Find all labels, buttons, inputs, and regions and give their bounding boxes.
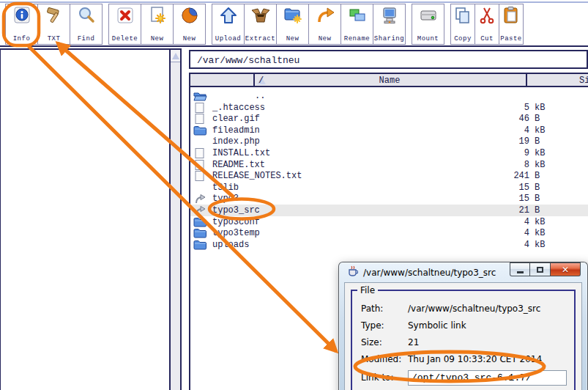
field-label: Size:	[361, 337, 408, 347]
file-row[interactable]: fileadmin 4 kB	[190, 125, 588, 136]
button-label: Find	[78, 35, 95, 43]
button-label: Extract	[245, 35, 275, 43]
path-input[interactable]	[189, 50, 588, 69]
maximize-icon	[537, 267, 543, 273]
toolbar-group-5: Copy Cut Paste	[450, 4, 524, 45]
copy-button[interactable]: Copy	[450, 4, 475, 45]
field-path: Path: /var/www/schaltneu/typo3_src	[361, 300, 567, 317]
toolbar-group-3: Upload Extract New New Rename Sharing	[212, 4, 406, 45]
button-label: Delete	[112, 35, 138, 43]
info-button[interactable]: Info	[5, 4, 38, 45]
scrollbar-up-button[interactable]	[171, 50, 180, 62]
file-row[interactable]: uploads 4 kB	[190, 239, 588, 251]
field-value: Symbolic link	[408, 320, 466, 331]
window-top-accent-line	[0, 1, 588, 3]
toolbar-divider	[0, 45, 588, 47]
file-row[interactable]: README.txt 8 kB	[190, 159, 588, 171]
open-box-icon	[251, 6, 270, 25]
button-label: New	[151, 35, 164, 43]
file-row[interactable]: typo3conf 4 kB	[190, 216, 588, 228]
dialog-titlebar[interactable]: /var/www/schaltneu/typo3_src ✕	[339, 262, 587, 282]
file-row[interactable]: typo3temp 4 kB	[190, 227, 588, 239]
rename-button[interactable]: Rename	[340, 4, 373, 45]
toolbar: Info TXT Find Delete New New Upload	[0, 4, 588, 45]
clipboard-icon	[502, 6, 521, 25]
table-header: / Name Size	[190, 73, 588, 87]
file-row[interactable]: _.htaccess 5 kB	[190, 102, 588, 114]
new-browser-button[interactable]: New	[173, 4, 206, 45]
button-label: Cut	[480, 35, 494, 43]
computer-icon	[380, 6, 399, 25]
hammer-icon	[45, 6, 64, 25]
dialog-title: /var/www/schaltneu/typo3_src	[363, 268, 496, 278]
field-modified: Modified: Thu Jan 09 10:33:20 CET 2014	[361, 350, 567, 367]
field-type: Type: Symbolic link	[361, 317, 567, 334]
field-value: /var/www/schaltneu/typo3_src	[408, 303, 540, 314]
name-column-header[interactable]: Name	[253, 76, 526, 86]
new-file-icon	[148, 6, 167, 25]
button-label: Rename	[344, 35, 370, 43]
file-row[interactable]: RELEASE_NOTES.txt 241 B	[190, 170, 588, 182]
file-row[interactable]: INSTALL.txt 9 kB	[190, 147, 588, 159]
extract-button[interactable]: Extract	[244, 4, 277, 45]
mount-button[interactable]: Mount	[412, 4, 444, 45]
field-label: Type:	[361, 320, 408, 331]
copy-pages-icon	[453, 6, 472, 25]
button-label: Mount	[417, 35, 439, 43]
file-row[interactable]: index.php 19 B	[190, 136, 588, 147]
properties-dialog: /var/www/schaltneu/typo3_src ✕ File Path…	[338, 262, 588, 390]
new-folder-icon	[283, 6, 302, 25]
close-button[interactable]: ✕	[551, 262, 581, 276]
button-label: Info	[13, 35, 31, 43]
tree-scrollbar[interactable]	[169, 50, 180, 390]
field-label: Modified:	[361, 354, 408, 364]
scissors-icon	[477, 6, 496, 25]
button-label: Copy	[454, 35, 472, 43]
button-label: New	[319, 35, 332, 43]
file-row[interactable]: t3lib 15 B	[190, 182, 588, 194]
java-cup-icon	[347, 265, 358, 279]
window-controls: ✕	[510, 262, 581, 276]
txt-button[interactable]: TXT	[37, 4, 70, 45]
button-label: Upload	[215, 35, 241, 43]
field-size: Size: 21	[361, 334, 567, 350]
firefox-icon	[180, 6, 199, 25]
file-row-typo3-src-selected[interactable]: typo3_src 21 B	[190, 205, 588, 216]
button-label: New	[286, 35, 299, 43]
up-arrow-icon	[172, 53, 179, 59]
sharing-button[interactable]: Sharing	[373, 4, 406, 45]
minimize-button[interactable]	[510, 262, 530, 276]
file-row[interactable]: clear.gif 46 B	[190, 113, 588, 125]
button-label: Sharing	[374, 35, 404, 43]
maximize-button[interactable]	[530, 262, 551, 276]
size-column-header[interactable]: Size	[579, 76, 588, 86]
file-row[interactable]: typo3 15 B	[190, 193, 588, 205]
field-value: Thu Jan 09 10:33:20 CET 2014	[408, 354, 542, 364]
file-rows: .. _.htaccess 5 kB clear.gif 46 B filead…	[190, 87, 588, 250]
info-icon	[12, 6, 31, 25]
cut-button[interactable]: Cut	[475, 4, 499, 45]
new-file-button[interactable]: New	[141, 4, 174, 45]
upload-button[interactable]: Upload	[212, 4, 245, 45]
toolbar-group-1: Info TXT Find	[5, 4, 103, 45]
find-button[interactable]: Find	[70, 4, 103, 45]
field-link-to: Link to:	[361, 368, 567, 387]
tree-panel[interactable]	[0, 48, 182, 390]
folder-icon	[193, 240, 207, 253]
minimize-icon	[517, 271, 524, 273]
file-row-parent[interactable]: ..	[190, 90, 588, 102]
button-label: TXT	[48, 35, 61, 43]
button-label: Paste	[500, 35, 522, 43]
field-label: Link to:	[361, 372, 408, 383]
new-link-button[interactable]: New	[308, 4, 341, 45]
groupbox-legend: File	[357, 285, 378, 295]
header-separator	[526, 74, 527, 86]
field-value: 21	[408, 337, 419, 347]
paste-button[interactable]: Paste	[499, 4, 524, 45]
new-folder-button[interactable]: New	[276, 4, 309, 45]
button-label: New	[183, 35, 196, 43]
toolbar-group-4: Mount	[412, 4, 444, 45]
file-groupbox: File Path: /var/www/schaltneu/typo3_src …	[351, 290, 576, 390]
delete-button[interactable]: Delete	[108, 4, 141, 45]
link-target-input[interactable]	[408, 370, 567, 386]
